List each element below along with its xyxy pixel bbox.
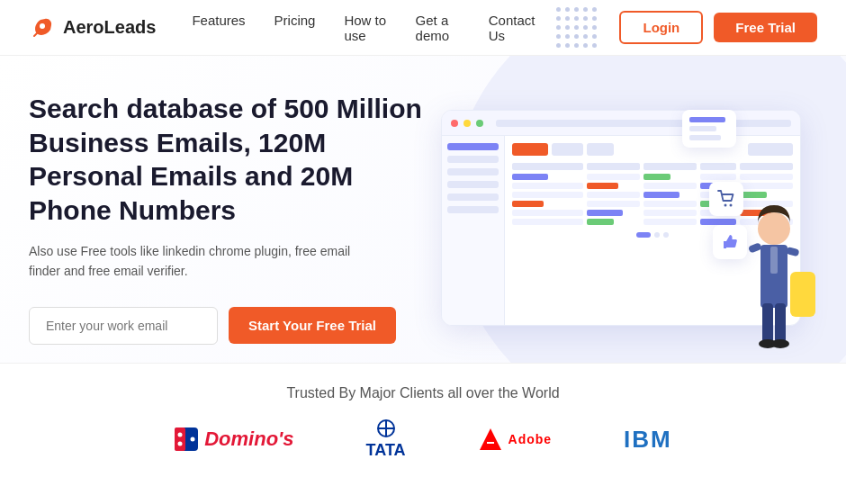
trusted-logos: Domino's TATA Adobe IBM (29, 419, 817, 460)
svg-point-2 (758, 212, 790, 245)
email-input[interactable] (29, 307, 218, 345)
th-2 (587, 163, 640, 170)
table-row (512, 183, 793, 189)
page-dot-2 (663, 232, 669, 238)
nav-how-to-use[interactable]: How to use (344, 13, 386, 43)
hero-form: Start Your Free Trial (29, 307, 425, 345)
sidebar-item-1 (447, 143, 499, 150)
svg-point-15 (178, 442, 183, 446)
hero-title: Search database of 500 Million Business … (29, 92, 425, 227)
features-section: Features our users love! (0, 482, 846, 504)
cell-3-1 (512, 192, 583, 198)
svg-rect-6 (775, 303, 786, 344)
hero-right (425, 92, 817, 344)
svg-point-16 (191, 437, 195, 442)
adobe-label: Adobe (508, 432, 553, 446)
nav-links: Features Pricing How to use Get a demo C… (192, 13, 535, 43)
cell-1-4 (700, 174, 735, 180)
adobe-icon (478, 427, 503, 452)
cart-icon-decoration (709, 182, 743, 216)
sidebar-item-5 (447, 194, 499, 201)
cell-5-2 (587, 210, 623, 216)
th-4 (700, 163, 735, 170)
brand-adobe: Adobe (478, 427, 553, 452)
hero-subtitle: Also use Free tools like linkedin chrome… (29, 241, 371, 282)
brand-tata: TATA (366, 419, 406, 460)
logo-text: AeroLeads (63, 17, 156, 38)
ibm-label: IBM (624, 426, 672, 453)
svg-rect-13 (175, 428, 185, 451)
cell-2-5 (740, 183, 793, 189)
cell-5-3 (644, 210, 697, 216)
cell-1-2 (587, 174, 640, 180)
cell-2-3 (644, 183, 697, 189)
window-dot-red (451, 120, 458, 127)
brand-dominos: Domino's (174, 427, 293, 452)
nav-features[interactable]: Features (192, 13, 245, 43)
svg-point-8 (771, 339, 789, 348)
free-trial-nav-button[interactable]: Free Trial (714, 13, 817, 42)
cell-4-2 (587, 201, 640, 207)
cell-3-2 (587, 192, 640, 198)
cell-2-1 (512, 183, 583, 189)
tata-icon (372, 419, 400, 437)
filter-row (512, 143, 793, 156)
svg-rect-5 (762, 303, 773, 344)
cell-1-1 (512, 174, 548, 180)
cell-2-2 (587, 183, 618, 189)
like-svg (720, 232, 740, 252)
logo[interactable]: AeroLeads (29, 14, 156, 41)
page-dot-1 (654, 232, 660, 238)
trusted-section: Trusted By Major Clients all over the Wo… (0, 363, 846, 482)
nav-contact-us[interactable]: Contact Us (489, 13, 536, 43)
th-5 (740, 163, 793, 170)
yellow-accent (790, 272, 815, 317)
rocket-icon (29, 14, 56, 41)
card-row-2 (689, 126, 716, 131)
dashboard-header (442, 111, 800, 136)
login-button[interactable]: Login (619, 11, 703, 44)
cell-1-5 (740, 174, 793, 180)
cell-5-1 (512, 210, 583, 216)
navbar: AeroLeads Features Pricing How to use Ge… (0, 0, 846, 56)
svg-point-11 (730, 204, 733, 207)
cell-1-3 (644, 174, 670, 180)
svg-rect-9 (770, 247, 778, 274)
nav-get-a-demo[interactable]: Get a demo (416, 13, 460, 43)
sidebar-item-3 (447, 168, 499, 176)
card-row-1 (689, 117, 725, 122)
cell-4-1 (512, 201, 544, 207)
nav-actions: Login Free Trial (619, 11, 817, 44)
svg-point-14 (178, 433, 183, 437)
cell-6-4 (700, 219, 736, 225)
card-row-3 (689, 135, 721, 140)
cell-6-3 (644, 219, 697, 225)
svg-point-0 (40, 23, 45, 29)
sidebar-item-4 (447, 181, 499, 188)
filter-btn-4 (748, 143, 793, 156)
page-dot-active (636, 232, 651, 238)
table-row (512, 174, 793, 180)
svg-rect-3 (748, 243, 762, 254)
hero-section: Search database of 500 Million Business … (0, 56, 846, 363)
dominos-label: Domino's (204, 428, 293, 451)
dominos-icon (174, 427, 199, 452)
table-header (512, 163, 793, 170)
start-trial-button[interactable]: Start Your Free Trial (229, 307, 396, 344)
th-3 (644, 163, 697, 170)
cell-6-2 (587, 219, 614, 225)
hero-left: Search database of 500 Million Business … (29, 92, 425, 345)
filter-btn-2 (552, 143, 583, 156)
sidebar-item-2 (447, 156, 499, 163)
cell-6-1 (512, 219, 583, 225)
window-dot-yellow (464, 120, 471, 127)
window-dot-green (476, 120, 483, 127)
svg-rect-4 (786, 247, 800, 256)
cell-4-3 (644, 201, 697, 207)
filter-btn-1 (512, 143, 548, 156)
brand-ibm: IBM (624, 426, 672, 454)
nav-decoration-dots (556, 7, 598, 49)
nav-pricing[interactable]: Pricing (274, 13, 316, 43)
floating-card (682, 110, 736, 148)
sidebar-item-6 (447, 206, 499, 213)
